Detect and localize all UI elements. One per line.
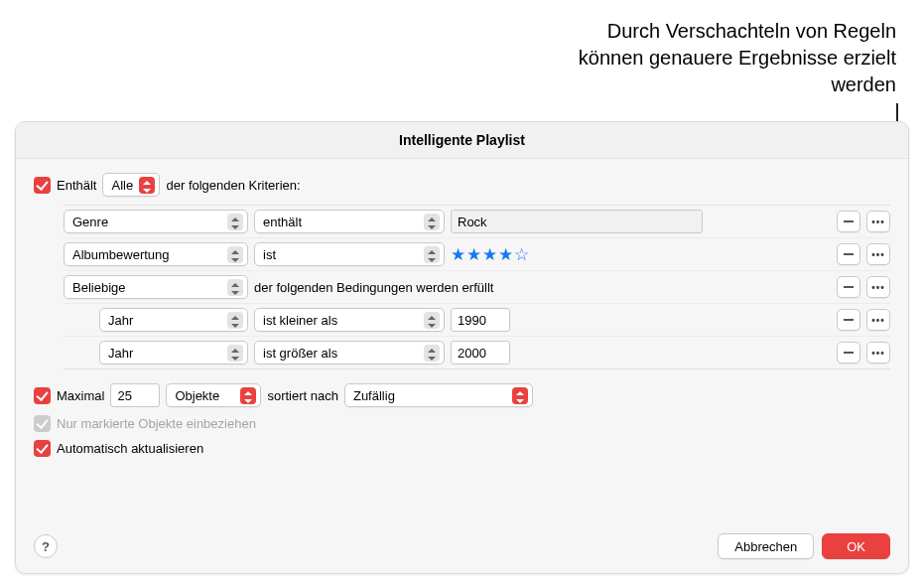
star-filled-icon: ★ xyxy=(482,246,497,263)
rule-value-input[interactable]: 1990 xyxy=(451,308,510,332)
rule-op-select[interactable]: ist xyxy=(254,242,445,266)
rule-op-select[interactable]: ist größer als xyxy=(254,341,445,365)
stepper-icon xyxy=(139,177,155,194)
limit-sort-select[interactable]: Zufällig xyxy=(344,383,533,407)
callout-text: Durch Verschachteln von Regeln können ge… xyxy=(539,18,896,98)
rule-group-mode-select[interactable]: Beliebige xyxy=(64,275,248,299)
live-update-row: Automatisch aktualisieren xyxy=(34,440,890,457)
stepper-icon xyxy=(512,387,528,404)
ellipsis-icon: ••• xyxy=(871,217,885,227)
rule-field-select[interactable]: Jahr xyxy=(99,341,248,365)
stepper-icon xyxy=(424,246,440,263)
rule-field-select[interactable]: Albumbewertung xyxy=(64,242,248,266)
stepper-icon xyxy=(227,345,243,362)
rule-row: Jahr ist größer als 2000 ••• xyxy=(64,337,890,368)
remove-rule-button[interactable] xyxy=(837,243,860,265)
match-mode-select[interactable]: Alle xyxy=(102,173,160,197)
smart-playlist-panel: Intelligente Playlist Enthält Alle der f… xyxy=(15,121,909,574)
rule-field-select[interactable]: Genre xyxy=(64,210,248,233)
match-enabled-checkbox[interactable] xyxy=(34,177,51,194)
match-row: Enthält Alle der folgenden Kriterien: xyxy=(34,173,890,197)
minus-icon xyxy=(844,286,854,288)
cancel-button[interactable]: Abbrechen xyxy=(718,533,814,559)
match-prefix: Enthält xyxy=(57,178,96,193)
rule-value-input[interactable]: Rock xyxy=(451,210,703,233)
remove-rule-button[interactable] xyxy=(837,276,860,298)
only-checked-checkbox xyxy=(34,415,51,432)
remove-rule-button[interactable] xyxy=(837,309,860,331)
help-button[interactable]: ? xyxy=(34,534,58,558)
ellipsis-icon: ••• xyxy=(871,282,885,293)
match-suffix: der folgenden Kriterien: xyxy=(166,178,300,193)
rule-value-input[interactable]: 2000 xyxy=(451,341,510,365)
rule-row: Genre enthält Rock ••• xyxy=(64,206,890,238)
star-filled-icon: ★ xyxy=(451,246,465,263)
limit-row: Maximal 25 Objekte sortiert nach Zufälli… xyxy=(34,383,890,407)
live-update-checkbox[interactable] xyxy=(34,440,51,457)
stepper-icon xyxy=(227,279,243,296)
ok-button[interactable]: OK xyxy=(822,533,890,559)
stepper-icon xyxy=(227,214,243,230)
star-empty-icon: ☆ xyxy=(514,246,529,263)
stepper-icon xyxy=(240,387,256,404)
ellipsis-icon: ••• xyxy=(871,348,885,359)
only-checked-label: Nur markierte Objekte einbeziehen xyxy=(57,416,256,431)
rule-row: Albumbewertung ist ★ ★ ★ ★ ☆ ••• xyxy=(64,238,890,271)
footer: ? Abbrechen OK xyxy=(16,523,908,573)
stepper-icon xyxy=(424,214,440,230)
stepper-icon xyxy=(424,345,440,362)
rule-stars-value[interactable]: ★ ★ ★ ★ ☆ xyxy=(451,246,529,263)
add-rule-button[interactable]: ••• xyxy=(866,342,890,364)
limit-sort-prefix: sortiert nach xyxy=(267,388,338,403)
window-title: Intelligente Playlist xyxy=(16,122,908,159)
rule-op-select[interactable]: enthält xyxy=(254,210,445,233)
panel-content: Enthält Alle der folgenden Kriterien: Ge… xyxy=(16,159,908,457)
rule-group-row: Beliebige der folgenden Bedingungen werd… xyxy=(64,271,890,304)
limit-label: Maximal xyxy=(57,388,104,403)
limit-unit-select[interactable]: Objekte xyxy=(166,383,261,407)
star-filled-icon: ★ xyxy=(498,246,513,263)
stepper-icon xyxy=(227,246,243,263)
add-rule-button[interactable]: ••• xyxy=(866,309,890,331)
rule-row: Jahr ist kleiner als 1990 ••• xyxy=(64,304,890,337)
limit-count-input[interactable]: 25 xyxy=(110,383,160,407)
rule-field-select[interactable]: Jahr xyxy=(99,308,248,332)
limit-checkbox[interactable] xyxy=(34,387,51,404)
add-rule-button[interactable]: ••• xyxy=(866,243,890,265)
live-update-label: Automatisch aktualisieren xyxy=(57,441,203,456)
ellipsis-icon: ••• xyxy=(871,249,885,260)
rule-group-suffix: der folgenden Bedingungen werden erfüllt xyxy=(254,280,493,295)
rule-op-select[interactable]: ist kleiner als xyxy=(254,308,445,332)
only-checked-row: Nur markierte Objekte einbeziehen xyxy=(34,415,890,432)
stepper-icon xyxy=(227,312,243,329)
minus-icon xyxy=(844,352,854,354)
add-rule-button[interactable]: ••• xyxy=(866,276,890,298)
rules-list: Genre enthält Rock ••• Albumbewertung xyxy=(64,205,890,369)
minus-icon xyxy=(844,319,854,321)
minus-icon xyxy=(844,253,854,255)
remove-rule-button[interactable] xyxy=(837,342,860,364)
add-rule-button[interactable]: ••• xyxy=(866,211,890,232)
remove-rule-button[interactable] xyxy=(837,211,860,232)
star-filled-icon: ★ xyxy=(466,246,481,263)
minus-icon xyxy=(844,220,854,222)
stepper-icon xyxy=(424,312,440,329)
ellipsis-icon: ••• xyxy=(871,315,885,326)
